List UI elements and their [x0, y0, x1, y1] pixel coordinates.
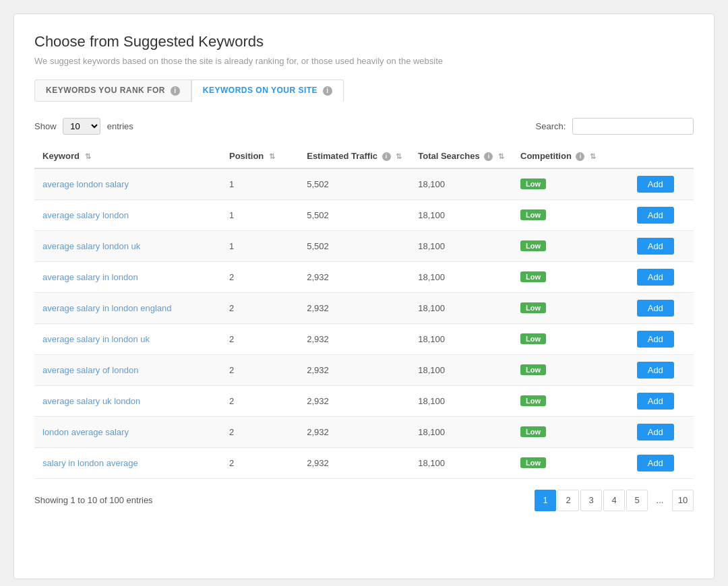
add-button[interactable]: Add: [637, 176, 674, 193]
table-row: average salary uk london 2 2,932 18,100 …: [34, 385, 694, 416]
sort-searches-icon[interactable]: ⇅: [498, 152, 504, 161]
cell-traffic: 2,932: [299, 323, 410, 354]
cell-competition: Low: [512, 416, 629, 447]
cell-action: Add: [629, 168, 694, 200]
cell-keyword: london average salary: [34, 416, 221, 447]
table-header-row: Keyword ⇅ Position ⇅ Estimated Traffic i…: [34, 144, 694, 168]
competition-badge: Low: [520, 395, 546, 406]
table-row: average salary london uk 1 5,502 18,100 …: [34, 230, 694, 261]
table-row: average salary in london england 2 2,932…: [34, 292, 694, 323]
cell-traffic: 2,932: [299, 385, 410, 416]
cell-position: 1: [221, 230, 299, 261]
page-btn-5[interactable]: 5: [626, 490, 648, 511]
cell-competition: Low: [512, 354, 629, 385]
table-row: average salary of london 2 2,932 18,100 …: [34, 354, 694, 385]
searches-info-icon: i: [484, 152, 493, 161]
cell-keyword: average london salary: [34, 168, 221, 200]
table-row: salary in london average 2 2,932 18,100 …: [34, 447, 694, 478]
cell-position: 2: [221, 261, 299, 292]
cell-searches: 18,100: [410, 199, 512, 230]
cell-position: 1: [221, 199, 299, 230]
cell-keyword: average salary in london: [34, 261, 221, 292]
col-header-position: Position ⇅: [221, 144, 299, 168]
search-input[interactable]: [572, 118, 694, 135]
cell-position: 2: [221, 447, 299, 478]
cell-action: Add: [629, 416, 694, 447]
tab-keywords-on-site[interactable]: KEYWORDS ON YOUR SITE i: [191, 79, 344, 102]
cell-competition: Low: [512, 261, 629, 292]
page-btn-2[interactable]: 2: [557, 490, 579, 511]
col-header-keyword: Keyword ⇅: [34, 144, 221, 168]
cell-searches: 18,100: [410, 261, 512, 292]
cell-traffic: 5,502: [299, 230, 410, 261]
cell-keyword: average salary london: [34, 199, 221, 230]
pagination-dots: ...: [649, 490, 671, 511]
page-btn-last[interactable]: 10: [672, 490, 694, 511]
table-row: london average salary 2 2,932 18,100 Low…: [34, 416, 694, 447]
table-row: average london salary 1 5,502 18,100 Low…: [34, 168, 694, 200]
cell-action: Add: [629, 323, 694, 354]
cell-traffic: 2,932: [299, 416, 410, 447]
sort-keyword-icon[interactable]: ⇅: [85, 152, 91, 161]
cell-competition: Low: [512, 292, 629, 323]
cell-action: Add: [629, 447, 694, 478]
competition-badge: Low: [520, 333, 546, 344]
add-button[interactable]: Add: [637, 269, 674, 286]
cell-competition: Low: [512, 385, 629, 416]
add-button[interactable]: Add: [637, 455, 674, 471]
cell-action: Add: [629, 199, 694, 230]
competition-badge: Low: [520, 457, 546, 468]
cell-competition: Low: [512, 447, 629, 478]
add-button[interactable]: Add: [637, 238, 674, 255]
cell-traffic: 2,932: [299, 447, 410, 478]
cell-competition: Low: [512, 168, 629, 200]
cell-position: 2: [221, 354, 299, 385]
cell-searches: 18,100: [410, 447, 512, 478]
cell-action: Add: [629, 230, 694, 261]
cell-traffic: 5,502: [299, 199, 410, 230]
page-title: Choose from Suggested Keywords: [34, 33, 694, 51]
show-entries-control: Show 10 25 50 100 entries: [34, 118, 133, 135]
tab-on-site-info-icon: i: [323, 86, 332, 96]
cell-position: 2: [221, 323, 299, 354]
competition-badge: Low: [520, 209, 546, 220]
cell-competition: Low: [512, 199, 629, 230]
tab-keywords-rank-for[interactable]: KEYWORDS YOU RANK FOR i: [34, 79, 191, 102]
cell-traffic: 2,932: [299, 354, 410, 385]
cell-position: 1: [221, 168, 299, 200]
sort-competition-icon[interactable]: ⇅: [590, 152, 596, 161]
table-row: average salary in london 2 2,932 18,100 …: [34, 261, 694, 292]
add-button[interactable]: Add: [637, 207, 674, 224]
competition-info-icon: i: [576, 152, 584, 161]
cell-searches: 18,100: [410, 416, 512, 447]
cell-traffic: 2,932: [299, 292, 410, 323]
competition-badge: Low: [520, 240, 546, 251]
col-header-action: [629, 144, 694, 168]
cell-action: Add: [629, 292, 694, 323]
cell-position: 2: [221, 292, 299, 323]
add-button[interactable]: Add: [637, 300, 674, 317]
page-subtitle: We suggest keywords based on those the s…: [34, 56, 694, 66]
add-button[interactable]: Add: [637, 331, 674, 348]
traffic-info-icon: i: [382, 152, 391, 161]
table-row: average salary london 1 5,502 18,100 Low…: [34, 199, 694, 230]
add-button[interactable]: Add: [637, 424, 674, 441]
add-button[interactable]: Add: [637, 362, 674, 379]
cell-competition: Low: [512, 323, 629, 354]
cell-keyword: salary in london average: [34, 447, 221, 478]
tab-rank-for-info-icon: i: [171, 86, 180, 96]
competition-badge: Low: [520, 364, 546, 375]
keywords-table: Keyword ⇅ Position ⇅ Estimated Traffic i…: [34, 144, 694, 479]
add-button[interactable]: Add: [637, 393, 674, 410]
entries-select[interactable]: 10 25 50 100: [63, 118, 100, 135]
cell-action: Add: [629, 261, 694, 292]
search-control: Search:: [536, 118, 694, 135]
col-header-traffic: Estimated Traffic i ⇅: [299, 144, 410, 168]
sort-traffic-icon[interactable]: ⇅: [396, 152, 402, 161]
cell-competition: Low: [512, 230, 629, 261]
page-btn-1[interactable]: 1: [535, 490, 556, 511]
competition-badge: Low: [520, 302, 546, 313]
page-btn-4[interactable]: 4: [603, 490, 625, 511]
sort-position-icon[interactable]: ⇅: [269, 152, 275, 161]
page-btn-3[interactable]: 3: [580, 490, 602, 511]
